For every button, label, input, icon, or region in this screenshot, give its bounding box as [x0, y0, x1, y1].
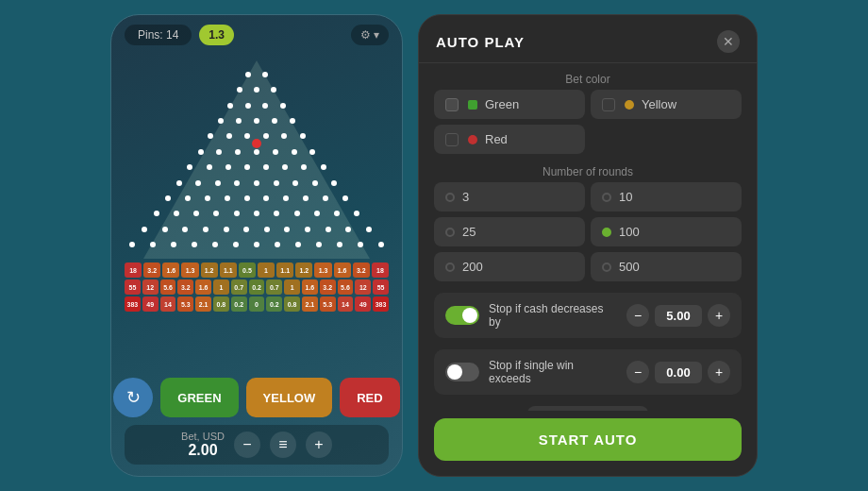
plinko-dot [282, 164, 288, 170]
color-option-green[interactable]: Green [434, 90, 585, 119]
round-200[interactable]: 200 [434, 252, 585, 281]
plinko-dot [227, 103, 233, 109]
plinko-dot [205, 195, 210, 201]
stop-cash-decrease[interactable]: − [626, 304, 649, 327]
plinko-dot [198, 149, 204, 155]
more-options-button[interactable]: More options ▾ [527, 406, 648, 411]
plinko-dot [326, 227, 331, 232]
plinko-dot [303, 195, 309, 201]
close-button[interactable]: ✕ [717, 30, 740, 53]
color-option-red[interactable]: Red [434, 125, 585, 154]
plinko-dot [323, 195, 328, 201]
score-cell: 0.2 [231, 296, 247, 312]
plinko-dot [274, 211, 279, 216]
score-cell: 0.8 [213, 296, 229, 312]
score-cell: 3.2 [177, 279, 193, 295]
score-cell: 1.6 [162, 262, 179, 278]
plinko-dot [274, 180, 279, 186]
plinko-dot [345, 227, 351, 232]
bet-color-section: Bet color Green Yellow [434, 73, 742, 154]
round-3-dot [445, 193, 455, 202]
score-cell: 1.2 [295, 262, 312, 278]
score-cell: 5.6 [338, 279, 354, 295]
stop-win-decrease[interactable]: − [626, 361, 649, 383]
plinko-dot [171, 242, 176, 247]
dots-container [143, 60, 370, 259]
stop-win-toggle[interactable] [445, 363, 479, 381]
start-auto-button[interactable]: START AUTO [434, 418, 742, 461]
plinko-dot [225, 164, 231, 170]
plinko-dot [275, 242, 280, 247]
plinko-dot [254, 118, 259, 124]
plinko-dot [207, 164, 212, 170]
score-cell: 18 [372, 262, 389, 278]
stop-win-value: 0.00 [655, 362, 702, 383]
stop-win-row: Stop if single win exceeds − 0.00 + [434, 349, 742, 395]
score-cell: 3.2 [353, 262, 370, 278]
left-phone: Pins: 14 1.3 ⚙ ▾ 183.21.61.31.21.10.511.… [110, 14, 403, 477]
rotate-button[interactable]: ↻ [113, 378, 153, 417]
stop-win-thumb [447, 364, 462, 380]
green-button[interactable]: GREEN [160, 378, 238, 417]
score-cell: 1.6 [334, 262, 351, 278]
yellow-button[interactable]: YELLOW [246, 378, 333, 417]
score-cell: 383 [125, 296, 141, 312]
score-cell: 14 [160, 296, 176, 312]
plinko-dot [273, 149, 278, 155]
round-10-label: 10 [619, 190, 632, 204]
round-500[interactable]: 500 [591, 252, 742, 281]
plinko-dot [263, 164, 269, 170]
bet-stack-button[interactable]: ≡ [270, 432, 296, 458]
plinko-dot [280, 103, 286, 109]
plinko-dot [263, 195, 269, 201]
score-cell: 3.2 [320, 279, 336, 295]
plinko-dot [254, 180, 259, 186]
rounds-label: Number of rounds [434, 165, 742, 178]
plinko-board [143, 60, 370, 259]
plinko-dot [185, 195, 191, 201]
score-cell: 1.3 [181, 262, 198, 278]
rounds-grid: 3 10 25 100 [434, 182, 742, 281]
score-row: 38349145.32.10.80.200.20.82.15.31449383 [125, 296, 389, 312]
ball [252, 139, 261, 148]
bet-decrease-button[interactable]: − [234, 432, 260, 458]
round-10[interactable]: 10 [591, 182, 742, 212]
round-3[interactable]: 3 [434, 182, 585, 212]
round-500-label: 500 [619, 260, 640, 274]
plinko-dot [165, 195, 171, 201]
score-cell: 12 [355, 279, 371, 295]
round-500-dot [602, 262, 611, 272]
stop-cash-label: Stop if cash decreases by [489, 302, 617, 329]
bet-increase-button[interactable]: + [306, 432, 332, 458]
score-cell: 2.1 [302, 296, 318, 312]
color-option-yellow[interactable]: Yellow [591, 90, 742, 119]
stop-win-increase[interactable]: + [708, 361, 730, 383]
round-100[interactable]: 100 [591, 217, 742, 246]
plinko-dot [193, 211, 199, 216]
plinko-dot [235, 149, 241, 155]
plinko-dot [176, 180, 182, 186]
score-cell: 1 [213, 279, 229, 295]
round-25[interactable]: 25 [434, 217, 585, 246]
score-cell: 3.2 [143, 262, 160, 278]
score-cell: 1.1 [220, 262, 237, 278]
plinko-dot [281, 133, 287, 139]
score-cell: 55 [373, 279, 389, 295]
plinko-dot [154, 211, 159, 216]
plinko-dot [216, 149, 222, 155]
red-button[interactable]: RED [340, 378, 399, 417]
plinko-dot [290, 118, 295, 124]
plinko-dot [254, 211, 259, 216]
plinko-dot [283, 195, 289, 201]
plinko-dot [237, 87, 242, 93]
score-cell: 49 [142, 296, 159, 312]
stop-cash-increase[interactable]: + [708, 304, 730, 327]
plinko-dot [208, 133, 213, 139]
plinko-dot [254, 149, 259, 155]
multiplier-badge: 1.3 [199, 25, 234, 45]
score-cell: 12 [142, 279, 159, 295]
stop-cash-toggle[interactable] [445, 306, 479, 325]
autoplay-icon[interactable]: ⚙ ▾ [351, 25, 389, 45]
yellow-color-dot [625, 100, 634, 110]
bet-label: Bet, USD [181, 431, 225, 442]
